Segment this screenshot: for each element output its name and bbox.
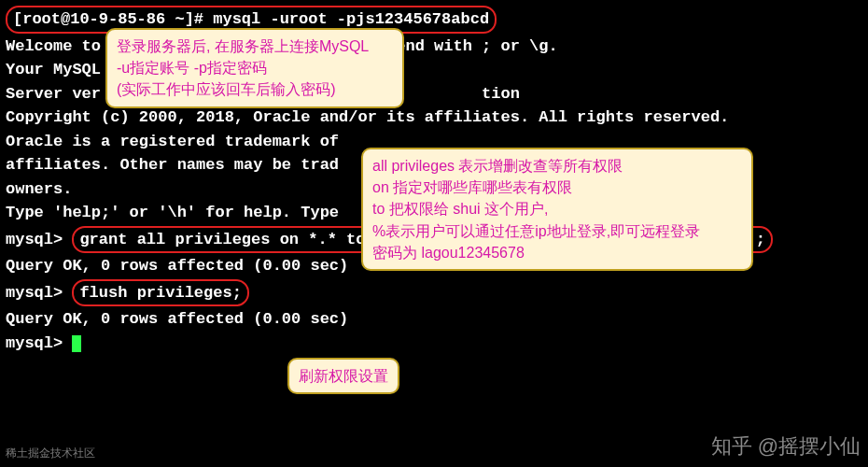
mysql-prompt: mysql> bbox=[6, 284, 72, 302]
annot-text: 密码为 lagou12345678 bbox=[372, 242, 742, 263]
mysql-prompt: mysql> bbox=[6, 334, 72, 352]
annot-text: %表示用户可以通过任意ip地址登录,即可远程登录 bbox=[372, 220, 742, 242]
annot-text: to 把权限给 shui 这个用户, bbox=[372, 198, 742, 219]
term-line: Copyright (c) 2000, 2018, Oracle and/or … bbox=[6, 106, 862, 130]
mysql-prompt: mysql> bbox=[6, 231, 72, 248]
annot-text: on 指定对哪些库哪些表有权限 bbox=[372, 177, 742, 198]
annot-text: 刷新权限设置 bbox=[299, 368, 388, 384]
annotation-grant: all privileges 表示增删改查等所有权限 on 指定对哪些库哪些表有… bbox=[361, 148, 753, 271]
watermark-left: 稀土掘金技术社区 bbox=[6, 445, 95, 461]
annot-text: all privileges 表示增删改查等所有权限 bbox=[372, 155, 742, 177]
watermark-right: 知乎 @摇摆小仙 bbox=[711, 431, 861, 461]
annot-text: -u指定账号 -p指定密码 bbox=[117, 57, 393, 78]
annotation-login: 登录服务器后, 在服务器上连接MySQL -u指定账号 -p指定密码 (实际工作… bbox=[105, 28, 404, 108]
annot-text: 登录服务器后, 在服务器上连接MySQL bbox=[117, 35, 393, 57]
cmd-flush: flush privileges; bbox=[72, 279, 248, 307]
annot-text: (实际工作中应该回车后输入密码) bbox=[117, 78, 393, 100]
term-line: Query OK, 0 rows affected (0.00 sec) bbox=[6, 307, 862, 332]
annotation-flush: 刷新权限设置 bbox=[287, 358, 399, 394]
cursor-icon bbox=[72, 335, 81, 352]
